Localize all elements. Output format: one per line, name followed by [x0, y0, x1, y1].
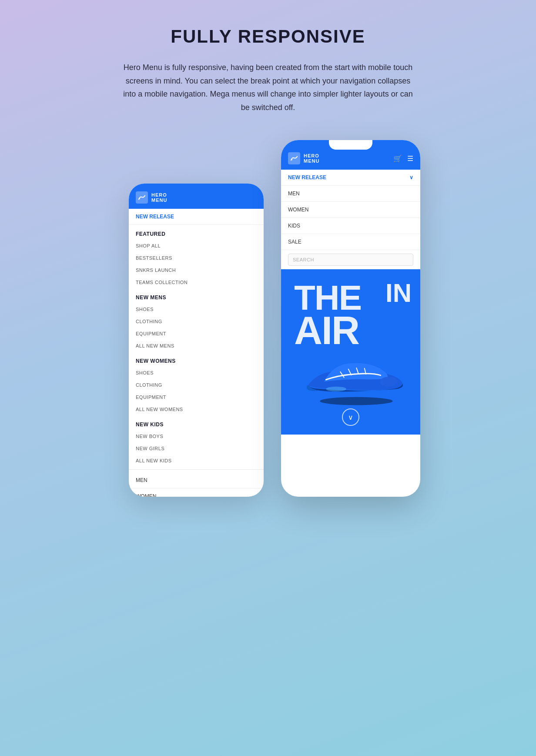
back-menu-women[interactable]: WOMEN [129, 488, 264, 497]
menu-subitem-snkrs[interactable]: SNKRS LAUNCH [129, 264, 264, 276]
phone-back: HERO MENU NEW RELEASE FEATURED SHOP ALL … [129, 184, 264, 497]
cart-icon[interactable]: 🛒 [393, 154, 402, 163]
front-menu-sale[interactable]: SALE [281, 234, 420, 250]
womens-shoes[interactable]: SHOES [129, 367, 264, 379]
menu-subitem-teams[interactable]: TEAMS COLLECTION [129, 276, 264, 288]
svg-point-7 [380, 377, 398, 387]
scroll-down-button[interactable]: ∨ [342, 408, 359, 426]
mens-equipment[interactable]: EQUIPMENT [129, 328, 264, 340]
page-title: FULLY RESPONSIVE [171, 26, 365, 47]
back-phone-new-release[interactable]: NEW RELEASE [129, 209, 264, 225]
page-description: Hero Menu is fully responsive, having be… [120, 61, 416, 114]
hamburger-icon[interactable]: ☰ [407, 154, 413, 163]
womens-equipment[interactable]: EQUIPMENT [129, 391, 264, 403]
hero-text-in: IN [385, 278, 412, 308]
shoe-image [300, 339, 413, 408]
back-menu-men[interactable]: MEN [129, 472, 264, 488]
section-new-kids: NEW KIDS [129, 415, 264, 430]
front-phone-search[interactable]: SEARCH [288, 254, 413, 266]
mens-shoes[interactable]: SHOES [129, 303, 264, 315]
front-menu-body: NEW RELEASE ∨ MEN WOMEN KIDS SALE SEARCH [281, 170, 420, 269]
front-menu-new-release[interactable]: NEW RELEASE ∨ [281, 170, 420, 186]
logo-svg [138, 194, 146, 201]
svg-point-2 [320, 397, 392, 405]
logo-icon [136, 191, 148, 204]
front-phone-logo: HERO MENU [288, 152, 319, 164]
kids-all[interactable]: ALL NEW KIDS [129, 455, 264, 467]
front-logo-svg [290, 154, 298, 162]
svg-point-1 [291, 159, 293, 161]
chevron-down-icon: ∨ [409, 174, 413, 181]
menu-subitem-shop-all[interactable]: SHOP ALL [129, 240, 264, 252]
front-menu-men[interactable]: MEN [281, 186, 420, 202]
back-phone-logo-text: HERO MENU [151, 192, 167, 203]
svg-point-0 [139, 198, 141, 200]
svg-point-8 [326, 387, 346, 391]
womens-clothing[interactable]: CLOTHING [129, 379, 264, 391]
womens-all[interactable]: ALL NEW WOMENS [129, 403, 264, 415]
front-phone-logo-text: HERO MENU [304, 153, 319, 164]
front-logo-icon [288, 152, 300, 164]
section-new-womens: NEW WOMENS [129, 352, 264, 367]
phones-container: HERO MENU NEW RELEASE FEATURED SHOP ALL … [116, 140, 420, 532]
hero-image-section: THE IN AIR [281, 269, 420, 435]
menu-subitem-bestsellers[interactable]: BESTSELLERS [129, 252, 264, 264]
front-menu-women[interactable]: WOMEN [281, 202, 420, 218]
phone-notch [329, 140, 372, 150]
phone-front: HERO MENU 🛒 ☰ NEW RELEASE ∨ MEN WOMEN [281, 140, 420, 497]
front-menu-kids[interactable]: KIDS [281, 218, 420, 234]
back-phone-menu-body[interactable]: NEW RELEASE FEATURED SHOP ALL BESTSELLER… [129, 209, 264, 497]
kids-girls[interactable]: NEW GIRLS [129, 442, 264, 455]
divider-1 [129, 469, 264, 470]
section-featured: FEATURED [129, 225, 264, 240]
mens-all[interactable]: ALL NEW MENS [129, 340, 264, 352]
back-phone-logo: HERO MENU [136, 191, 167, 204]
kids-boys[interactable]: NEW BOYS [129, 430, 264, 442]
mens-clothing[interactable]: CLOTHING [129, 315, 264, 328]
front-nav-icons: 🛒 ☰ [393, 154, 413, 163]
section-new-mens: NEW MENS [129, 288, 264, 303]
back-phone-nav-header: HERO MENU [129, 184, 264, 209]
